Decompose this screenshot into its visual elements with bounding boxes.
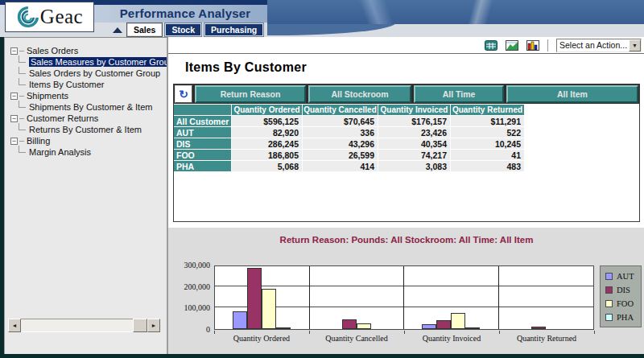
legend-item-foo: FOO <box>605 297 641 311</box>
filter-button-return-reason[interactable]: Return Reason <box>195 85 306 103</box>
chart-group-quantity-returned <box>499 266 594 329</box>
app-title: Performance Analyser <box>105 6 266 20</box>
tree-item-billing[interactable]: −Billing <box>5 135 167 146</box>
tree-item-customer-returns[interactable]: −Customer Returns <box>5 113 167 124</box>
column-header-quantity-invoiced[interactable]: Quantity Invoiced <box>378 105 450 115</box>
collapse-icon[interactable]: − <box>10 93 18 100</box>
tab-purchasing[interactable]: Purchasing <box>204 23 263 36</box>
tree-connector <box>19 141 24 142</box>
row-header-all-customer[interactable]: All Customer <box>174 116 231 126</box>
tree-connector <box>19 118 24 119</box>
row-header-foo[interactable]: FOO <box>174 150 231 160</box>
filter-button-all-stockroom[interactable]: All Stockroom <box>308 85 411 103</box>
report-icon[interactable] <box>485 40 497 51</box>
collapse-tree-arrow-icon[interactable] <box>113 27 122 33</box>
table-cell: 26,599 <box>303 150 378 160</box>
tree-connector <box>19 78 26 85</box>
legend-swatch <box>605 314 613 321</box>
collapse-icon[interactable]: − <box>10 138 18 145</box>
data-panel: ↻ Return ReasonAll StockroomAll TimeAll … <box>173 84 640 222</box>
tree-item-items-by-customer[interactable]: Items By Customer <box>5 79 167 90</box>
column-header-quantity-ordered[interactable]: Quantity Ordered <box>232 105 302 115</box>
tree-item-returns-by-customer-item[interactable]: Returns By Customer & Item <box>5 124 167 135</box>
sidebar-scrollbar[interactable]: ◄ ► <box>8 319 160 332</box>
column-header-quantity-cancelled[interactable]: Quantity Cancelled <box>303 105 378 115</box>
table-cell: 74,217 <box>378 150 450 160</box>
filter-button-all-item[interactable]: All Item <box>506 85 638 103</box>
scroll-left-button[interactable]: ◄ <box>8 319 21 332</box>
table-cell: 522 <box>451 127 524 138</box>
bar-foo <box>357 323 371 329</box>
tree-item-label: Shipments By Customer & Item <box>29 102 152 112</box>
bar-dis <box>531 327 546 329</box>
tree-item-sales-orders-by-customer-group[interactable]: Sales Orders by Customer Group <box>5 68 167 79</box>
tree-item-label: Returns By Customer & Item <box>29 125 142 134</box>
tree-item-sales-measures-by-customer-group[interactable]: Sales Measures by Customer Group <box>5 56 167 68</box>
bar-dis <box>342 319 357 329</box>
bar-dis <box>247 268 262 329</box>
tree-connector <box>19 146 26 153</box>
tree-connector <box>19 101 26 108</box>
chart-image-icon[interactable] <box>506 40 518 51</box>
bar-foo <box>262 289 276 329</box>
legend-label: AUT <box>617 272 634 281</box>
legend-swatch <box>605 300 613 307</box>
scroll-thumb[interactable] <box>133 319 147 332</box>
bar-foo <box>451 313 465 329</box>
table-cell: $596,125 <box>232 116 302 126</box>
tree-item-sales-orders[interactable]: −Sales Orders <box>5 45 167 56</box>
legend-item-aut: AUT <box>605 270 641 283</box>
tree-item-label: Sales Orders by Customer Group <box>29 68 160 78</box>
row-header-pha[interactable]: PHA <box>174 161 231 171</box>
tree-item-shipments[interactable]: −Shipments <box>5 90 167 101</box>
navigation-tree: −Sales OrdersSales Measures by Customer … <box>5 38 167 158</box>
tree-item-margin-analysis[interactable]: Margin Analysis <box>5 146 167 158</box>
chart-plot <box>214 265 594 330</box>
collapse-icon[interactable]: − <box>10 115 18 122</box>
refresh-button[interactable]: ↻ <box>175 85 192 103</box>
bar-chart-icon[interactable] <box>526 40 539 51</box>
tree-connector <box>19 123 26 130</box>
x-axis-label: Quantity Invoiced <box>404 334 499 343</box>
dropdown-arrow-button[interactable]: ▼ <box>629 39 641 51</box>
toolbar-divider <box>168 53 644 55</box>
tree-item-label: Items By Customer <box>29 80 105 89</box>
refresh-icon: ↻ <box>179 88 188 100</box>
actions-toolbar: Select an Action... ▼ <box>168 38 644 52</box>
legend-item-pha: PHA <box>605 311 641 324</box>
table-cell: $70,645 <box>303 116 378 126</box>
main-content: Select an Action... ▼ Items By Customer … <box>167 37 644 354</box>
table-cell: $176,157 <box>378 116 450 126</box>
x-axis-tick <box>309 331 310 334</box>
legend-label: FOO <box>617 299 634 308</box>
tree-item-shipments-by-customer-item[interactable]: Shipments By Customer & Item <box>5 101 167 113</box>
summary-table: Quantity OrderedQuantity CancelledQuanti… <box>174 105 524 171</box>
row-header-aut[interactable]: AUT <box>174 127 231 138</box>
collapse-icon[interactable]: − <box>10 47 18 55</box>
column-header-quantity-returned[interactable]: Quantity Returned <box>451 105 524 115</box>
select-action-dropdown[interactable]: Select an Action... ▼ <box>556 39 642 52</box>
tab-stock[interactable]: Stock <box>165 23 201 36</box>
bar-dis <box>436 320 451 329</box>
filter-button-strip: ↻ Return ReasonAll StockroomAll TimeAll … <box>174 84 639 104</box>
filter-button-all-time[interactable]: All Time <box>414 85 504 103</box>
tree-item-label: Sales Measures by Customer Group <box>29 57 167 67</box>
x-axis-tick <box>594 331 595 334</box>
select-action-value: Select an Action... <box>557 40 629 50</box>
tree-connector <box>19 56 26 63</box>
scroll-right-button[interactable]: ► <box>147 319 160 332</box>
tree-connector <box>19 67 26 74</box>
scroll-track[interactable] <box>21 319 133 332</box>
page-title: Items By Customer <box>185 60 307 75</box>
bar-pha <box>276 327 291 329</box>
tab-sales[interactable]: Sales <box>127 23 162 36</box>
row-header-dis[interactable]: DIS <box>174 138 231 149</box>
y-axis-label: 200,000 <box>170 282 210 291</box>
bar-pha <box>465 327 480 329</box>
table-cell: 10,245 <box>451 138 524 149</box>
table-cell: 5,068 <box>232 161 302 171</box>
x-axis-tick <box>404 331 405 334</box>
table-cell: 336 <box>303 127 378 138</box>
tree-item-label: Customer Returns <box>27 113 98 123</box>
tab-bar: SalesStockPurchasing <box>127 23 263 36</box>
